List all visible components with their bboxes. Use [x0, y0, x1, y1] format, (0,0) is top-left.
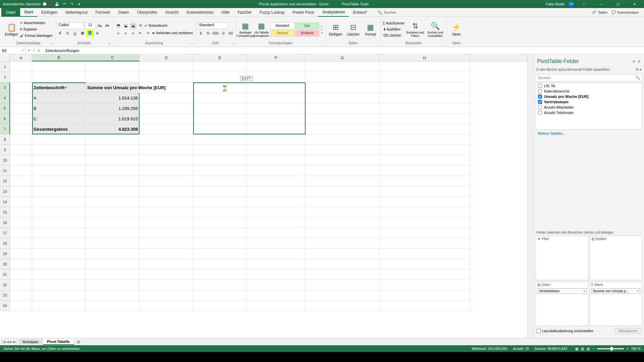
- font-name-select[interactable]: Calibri: [57, 22, 84, 29]
- cell[interactable]: [10, 82, 32, 93]
- view-page-layout-icon[interactable]: ▥: [581, 347, 584, 351]
- cell[interactable]: [86, 290, 140, 301]
- zoom-out-icon[interactable]: −: [592, 347, 594, 351]
- cell[interactable]: [247, 218, 306, 228]
- field-checkbox[interactable]: [538, 100, 542, 104]
- update-button[interactable]: Aktualisieren: [615, 328, 641, 334]
- row-header[interactable]: 23: [0, 290, 10, 301]
- grid-body[interactable]: 123Zeilenbeschrift▾Summe von Umsatz pro …: [0, 62, 527, 338]
- cell[interactable]: [140, 238, 193, 249]
- dialog-launcher-icon[interactable]: ⤢: [191, 42, 193, 45]
- cell[interactable]: [32, 197, 86, 207]
- cell[interactable]: [379, 238, 470, 249]
- ribbon-options-icon[interactable]: ⬚: [578, 0, 591, 8]
- cell[interactable]: [86, 62, 140, 72]
- row-header[interactable]: 8: [0, 134, 10, 145]
- col-header-h[interactable]: H: [379, 54, 470, 61]
- row-header[interactable]: 18: [0, 238, 10, 249]
- cell[interactable]: [140, 114, 193, 124]
- tab-factset[interactable]: FactSet: [233, 8, 255, 17]
- cell[interactable]: [140, 145, 193, 155]
- cell-style-neutral[interactable]: Neutral: [270, 30, 294, 37]
- cell[interactable]: [247, 290, 306, 301]
- values-area[interactable]: ΣWerte Summe von Umsatz p...▾: [590, 282, 642, 326]
- row-header[interactable]: 20: [0, 259, 10, 269]
- tab-design[interactable]: Entwurf: [349, 8, 371, 17]
- field-item[interactable]: Anzahl Mitarbeiter: [536, 105, 642, 110]
- rows-area[interactable]: ▤Zeilen Vertriebsteam▾: [536, 282, 588, 326]
- sheet-nav-last-icon[interactable]: ▶|: [13, 340, 17, 344]
- cell[interactable]: [10, 103, 32, 114]
- cell[interactable]: [193, 259, 247, 269]
- cell[interactable]: [193, 186, 247, 197]
- cell[interactable]: [379, 145, 470, 155]
- gear-icon[interactable]: ⚙ ▾: [636, 68, 641, 71]
- cell[interactable]: [86, 155, 140, 166]
- cell[interactable]: [32, 155, 86, 166]
- cell[interactable]: [306, 82, 379, 93]
- cell[interactable]: [140, 103, 193, 114]
- cell[interactable]: [86, 259, 140, 269]
- cell[interactable]: [10, 62, 32, 72]
- cell[interactable]: [10, 166, 32, 176]
- cell[interactable]: [306, 249, 379, 259]
- field-checkbox[interactable]: [538, 89, 542, 93]
- autosave-toggle-group[interactable]: Automatisches Speichern: [3, 2, 52, 6]
- cell[interactable]: [193, 155, 247, 166]
- tab-developer[interactable]: Entwicklertools: [182, 8, 217, 17]
- cell[interactable]: [379, 82, 470, 93]
- field-search-input[interactable]: [536, 74, 642, 81]
- cell[interactable]: [247, 259, 306, 269]
- view-page-break-icon[interactable]: ▤: [587, 347, 590, 351]
- cell[interactable]: [247, 249, 306, 259]
- cell[interactable]: [193, 207, 247, 218]
- cell[interactable]: [193, 218, 247, 228]
- cell[interactable]: [306, 290, 379, 301]
- cell[interactable]: [86, 301, 140, 311]
- cell[interactable]: C: [32, 114, 86, 124]
- cell[interactable]: [10, 176, 32, 186]
- sheet-tab-pivot[interactable]: Pivot-Tabelle: [43, 339, 74, 345]
- increase-decimal-icon[interactable]: .0: [220, 30, 226, 37]
- close-pane-icon[interactable]: ✕: [638, 59, 641, 64]
- cell[interactable]: [86, 238, 140, 249]
- cell[interactable]: [379, 176, 470, 186]
- row-header[interactable]: 2: [0, 72, 10, 82]
- row-header[interactable]: 7: [0, 124, 10, 134]
- columns-area[interactable]: ▥Spalten: [590, 236, 642, 280]
- decrease-decimal-icon[interactable]: .00: [227, 30, 234, 37]
- cell[interactable]: [10, 280, 32, 290]
- autosave-toggle[interactable]: [43, 2, 52, 6]
- col-header-a[interactable]: A: [10, 54, 32, 61]
- tab-power-pivot[interactable]: Power Pivot: [288, 8, 318, 17]
- format-painter-button[interactable]: 🖌Format übertragen: [20, 33, 53, 39]
- cell[interactable]: [140, 249, 193, 259]
- fill-color-button[interactable]: 🪣: [87, 30, 93, 37]
- wrap-text-button[interactable]: ↵Textumbruch: [145, 24, 167, 27]
- col-header-e[interactable]: E: [193, 54, 247, 61]
- cell[interactable]: [193, 249, 247, 259]
- cell[interactable]: [10, 238, 32, 249]
- cell[interactable]: [193, 290, 247, 301]
- cell[interactable]: [247, 269, 306, 280]
- cell[interactable]: [379, 72, 470, 82]
- cell[interactable]: [193, 269, 247, 280]
- cell[interactable]: [140, 218, 193, 228]
- sheet-nav-next-icon[interactable]: ▶: [10, 340, 12, 344]
- cell[interactable]: [86, 145, 140, 155]
- cell[interactable]: [32, 145, 86, 155]
- row-header[interactable]: 9: [0, 145, 10, 155]
- cell[interactable]: [32, 176, 86, 186]
- cell[interactable]: [32, 301, 86, 311]
- decrease-indent-icon[interactable]: ⇤: [137, 30, 144, 37]
- cell[interactable]: [140, 290, 193, 301]
- align-right-icon[interactable]: ≡: [130, 30, 137, 37]
- cell[interactable]: [306, 155, 379, 166]
- borders-button[interactable]: ▦: [79, 30, 86, 37]
- zoom-in-icon[interactable]: +: [627, 347, 629, 351]
- enter-formula-icon[interactable]: ✓: [33, 48, 36, 53]
- tab-fuzzy[interactable]: Fuzzy Lookup: [256, 8, 289, 17]
- cell[interactable]: [140, 228, 193, 238]
- cell-style-standard[interactable]: Standard: [270, 22, 294, 29]
- cell[interactable]: 4.823.308: [86, 124, 140, 134]
